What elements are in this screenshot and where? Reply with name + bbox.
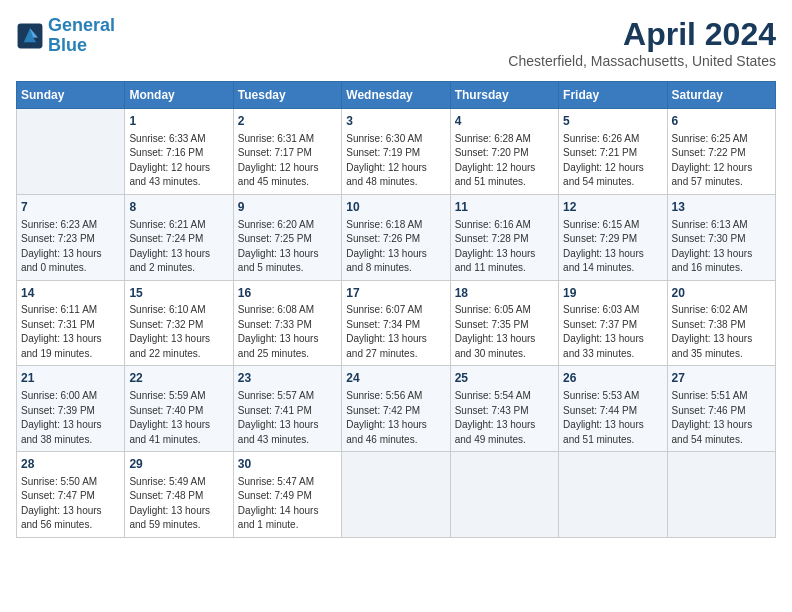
day-number: 16 (238, 285, 337, 302)
day-number: 26 (563, 370, 662, 387)
calendar-cell: 21Sunrise: 6:00 AM Sunset: 7:39 PM Dayli… (17, 366, 125, 452)
weekday-header: Monday (125, 82, 233, 109)
calendar-cell: 25Sunrise: 5:54 AM Sunset: 7:43 PM Dayli… (450, 366, 558, 452)
day-number: 19 (563, 285, 662, 302)
day-info: Sunrise: 6:16 AM Sunset: 7:28 PM Dayligh… (455, 218, 554, 276)
calendar-cell: 9Sunrise: 6:20 AM Sunset: 7:25 PM Daylig… (233, 194, 341, 280)
day-info: Sunrise: 6:18 AM Sunset: 7:26 PM Dayligh… (346, 218, 445, 276)
day-info: Sunrise: 6:11 AM Sunset: 7:31 PM Dayligh… (21, 303, 120, 361)
calendar-cell: 30Sunrise: 5:47 AM Sunset: 7:49 PM Dayli… (233, 452, 341, 538)
day-info: Sunrise: 6:26 AM Sunset: 7:21 PM Dayligh… (563, 132, 662, 190)
calendar-cell: 22Sunrise: 5:59 AM Sunset: 7:40 PM Dayli… (125, 366, 233, 452)
calendar-cell: 16Sunrise: 6:08 AM Sunset: 7:33 PM Dayli… (233, 280, 341, 366)
weekday-header: Wednesday (342, 82, 450, 109)
day-info: Sunrise: 6:00 AM Sunset: 7:39 PM Dayligh… (21, 389, 120, 447)
day-number: 2 (238, 113, 337, 130)
day-number: 23 (238, 370, 337, 387)
day-number: 4 (455, 113, 554, 130)
day-info: Sunrise: 6:31 AM Sunset: 7:17 PM Dayligh… (238, 132, 337, 190)
day-number: 15 (129, 285, 228, 302)
calendar-cell (17, 109, 125, 195)
day-number: 25 (455, 370, 554, 387)
calendar-cell: 26Sunrise: 5:53 AM Sunset: 7:44 PM Dayli… (559, 366, 667, 452)
day-info: Sunrise: 6:10 AM Sunset: 7:32 PM Dayligh… (129, 303, 228, 361)
calendar-cell: 11Sunrise: 6:16 AM Sunset: 7:28 PM Dayli… (450, 194, 558, 280)
day-number: 22 (129, 370, 228, 387)
logo: General Blue (16, 16, 115, 56)
calendar-week-row: 14Sunrise: 6:11 AM Sunset: 7:31 PM Dayli… (17, 280, 776, 366)
logo-text: General Blue (48, 16, 115, 56)
logo-icon (16, 22, 44, 50)
day-number: 7 (21, 199, 120, 216)
calendar-cell (342, 452, 450, 538)
day-info: Sunrise: 6:15 AM Sunset: 7:29 PM Dayligh… (563, 218, 662, 276)
day-number: 27 (672, 370, 771, 387)
calendar-cell: 20Sunrise: 6:02 AM Sunset: 7:38 PM Dayli… (667, 280, 775, 366)
day-number: 24 (346, 370, 445, 387)
day-info: Sunrise: 6:02 AM Sunset: 7:38 PM Dayligh… (672, 303, 771, 361)
day-number: 29 (129, 456, 228, 473)
calendar-cell: 1Sunrise: 6:33 AM Sunset: 7:16 PM Daylig… (125, 109, 233, 195)
day-number: 3 (346, 113, 445, 130)
day-info: Sunrise: 6:05 AM Sunset: 7:35 PM Dayligh… (455, 303, 554, 361)
day-number: 20 (672, 285, 771, 302)
calendar-cell (559, 452, 667, 538)
day-info: Sunrise: 5:53 AM Sunset: 7:44 PM Dayligh… (563, 389, 662, 447)
day-number: 1 (129, 113, 228, 130)
calendar-cell: 29Sunrise: 5:49 AM Sunset: 7:48 PM Dayli… (125, 452, 233, 538)
day-info: Sunrise: 5:47 AM Sunset: 7:49 PM Dayligh… (238, 475, 337, 533)
day-info: Sunrise: 5:49 AM Sunset: 7:48 PM Dayligh… (129, 475, 228, 533)
day-number: 9 (238, 199, 337, 216)
title-block: April 2024 Chesterfield, Massachusetts, … (508, 16, 776, 69)
day-info: Sunrise: 6:03 AM Sunset: 7:37 PM Dayligh… (563, 303, 662, 361)
day-info: Sunrise: 6:21 AM Sunset: 7:24 PM Dayligh… (129, 218, 228, 276)
day-number: 6 (672, 113, 771, 130)
calendar-cell: 17Sunrise: 6:07 AM Sunset: 7:34 PM Dayli… (342, 280, 450, 366)
calendar-cell: 14Sunrise: 6:11 AM Sunset: 7:31 PM Dayli… (17, 280, 125, 366)
day-info: Sunrise: 5:51 AM Sunset: 7:46 PM Dayligh… (672, 389, 771, 447)
day-info: Sunrise: 6:33 AM Sunset: 7:16 PM Dayligh… (129, 132, 228, 190)
calendar-cell: 27Sunrise: 5:51 AM Sunset: 7:46 PM Dayli… (667, 366, 775, 452)
calendar-week-row: 28Sunrise: 5:50 AM Sunset: 7:47 PM Dayli… (17, 452, 776, 538)
day-number: 30 (238, 456, 337, 473)
weekday-header: Friday (559, 82, 667, 109)
weekday-header: Sunday (17, 82, 125, 109)
calendar-cell: 5Sunrise: 6:26 AM Sunset: 7:21 PM Daylig… (559, 109, 667, 195)
day-info: Sunrise: 5:54 AM Sunset: 7:43 PM Dayligh… (455, 389, 554, 447)
calendar-cell: 3Sunrise: 6:30 AM Sunset: 7:19 PM Daylig… (342, 109, 450, 195)
calendar-cell: 13Sunrise: 6:13 AM Sunset: 7:30 PM Dayli… (667, 194, 775, 280)
calendar-cell: 15Sunrise: 6:10 AM Sunset: 7:32 PM Dayli… (125, 280, 233, 366)
day-info: Sunrise: 6:28 AM Sunset: 7:20 PM Dayligh… (455, 132, 554, 190)
weekday-header: Tuesday (233, 82, 341, 109)
day-info: Sunrise: 5:57 AM Sunset: 7:41 PM Dayligh… (238, 389, 337, 447)
day-number: 18 (455, 285, 554, 302)
day-number: 5 (563, 113, 662, 130)
calendar-cell: 24Sunrise: 5:56 AM Sunset: 7:42 PM Dayli… (342, 366, 450, 452)
day-info: Sunrise: 5:56 AM Sunset: 7:42 PM Dayligh… (346, 389, 445, 447)
calendar-cell (450, 452, 558, 538)
day-number: 28 (21, 456, 120, 473)
day-info: Sunrise: 5:50 AM Sunset: 7:47 PM Dayligh… (21, 475, 120, 533)
day-info: Sunrise: 6:07 AM Sunset: 7:34 PM Dayligh… (346, 303, 445, 361)
calendar-cell: 12Sunrise: 6:15 AM Sunset: 7:29 PM Dayli… (559, 194, 667, 280)
day-info: Sunrise: 6:23 AM Sunset: 7:23 PM Dayligh… (21, 218, 120, 276)
calendar-cell: 10Sunrise: 6:18 AM Sunset: 7:26 PM Dayli… (342, 194, 450, 280)
calendar-cell: 8Sunrise: 6:21 AM Sunset: 7:24 PM Daylig… (125, 194, 233, 280)
day-number: 10 (346, 199, 445, 216)
calendar-week-row: 1Sunrise: 6:33 AM Sunset: 7:16 PM Daylig… (17, 109, 776, 195)
day-info: Sunrise: 6:13 AM Sunset: 7:30 PM Dayligh… (672, 218, 771, 276)
calendar-cell: 7Sunrise: 6:23 AM Sunset: 7:23 PM Daylig… (17, 194, 125, 280)
weekday-header-row: SundayMondayTuesdayWednesdayThursdayFrid… (17, 82, 776, 109)
calendar-cell: 6Sunrise: 6:25 AM Sunset: 7:22 PM Daylig… (667, 109, 775, 195)
month-title: April 2024 (508, 16, 776, 53)
calendar-table: SundayMondayTuesdayWednesdayThursdayFrid… (16, 81, 776, 538)
day-info: Sunrise: 6:08 AM Sunset: 7:33 PM Dayligh… (238, 303, 337, 361)
day-info: Sunrise: 5:59 AM Sunset: 7:40 PM Dayligh… (129, 389, 228, 447)
calendar-cell: 4Sunrise: 6:28 AM Sunset: 7:20 PM Daylig… (450, 109, 558, 195)
day-number: 12 (563, 199, 662, 216)
calendar-cell: 23Sunrise: 5:57 AM Sunset: 7:41 PM Dayli… (233, 366, 341, 452)
day-info: Sunrise: 6:25 AM Sunset: 7:22 PM Dayligh… (672, 132, 771, 190)
calendar-cell: 19Sunrise: 6:03 AM Sunset: 7:37 PM Dayli… (559, 280, 667, 366)
day-number: 13 (672, 199, 771, 216)
day-number: 8 (129, 199, 228, 216)
